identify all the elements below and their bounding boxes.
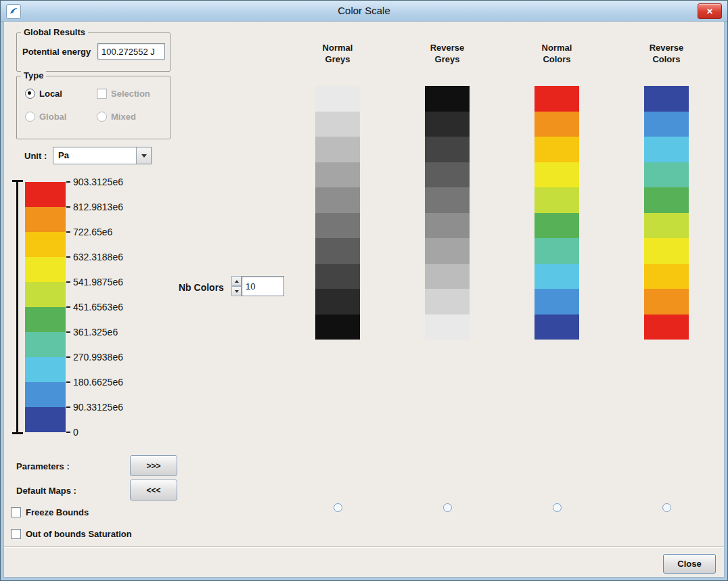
color-segment <box>315 187 360 213</box>
tick-value: 903.3125e6 <box>73 177 123 187</box>
unit-combobox[interactable]: Pa <box>53 147 152 164</box>
color-segment <box>25 382 66 407</box>
tick-value: 361.325e6 <box>73 327 118 338</box>
color-segment <box>25 182 66 207</box>
radio-icon[interactable] <box>25 112 35 122</box>
freeze-bounds-checkbox[interactable]: Freeze Bounds <box>11 507 89 517</box>
tick-mark <box>66 231 70 233</box>
tick-mark <box>66 432 70 433</box>
map-header-reverse-colors: Reverse Colors <box>622 42 710 65</box>
freeze-bounds-label: Freeze Bounds <box>26 507 89 517</box>
color-segment <box>25 257 66 282</box>
color-segment <box>425 86 470 112</box>
color-segment <box>644 264 689 289</box>
tick-mark <box>66 356 70 358</box>
color-segment <box>425 137 470 162</box>
tick-value: 812.9813e6 <box>73 202 123 212</box>
scale-tick: 270.9938e6 <box>66 352 123 363</box>
type-group: Type Local Selection Global Mixed <box>16 76 170 139</box>
color-segment <box>644 315 689 340</box>
map-radio-reverse-greys[interactable] <box>443 503 452 512</box>
map-header-line: Reverse <box>622 42 710 53</box>
color-segment <box>425 213 470 239</box>
type-mixed-radio[interactable]: Mixed <box>97 112 136 122</box>
spinner-down-button[interactable] <box>231 286 242 296</box>
nb-colors-spinner[interactable] <box>231 276 242 296</box>
map-header-line: Greys <box>403 53 491 65</box>
map-radio-reverse-colors[interactable] <box>662 503 671 512</box>
tick-mark <box>66 181 70 183</box>
map-radio-normal-colors[interactable] <box>553 503 562 512</box>
map-header-reverse-greys: Reverse Greys <box>403 42 491 65</box>
nb-colors-field[interactable] <box>242 276 284 296</box>
color-segment <box>644 213 689 239</box>
tick-mark <box>66 206 70 208</box>
color-segment <box>534 238 579 264</box>
color-segment <box>534 137 579 162</box>
arrow-up-icon <box>235 280 239 283</box>
checkbox-icon[interactable] <box>11 529 21 539</box>
titlebar[interactable]: Color Scale ✕ <box>1 1 727 22</box>
map-header-line: Colors <box>513 53 601 65</box>
color-segment <box>315 112 360 137</box>
radio-icon[interactable] <box>25 89 35 99</box>
type-global-label: Global <box>39 112 66 122</box>
map-radio-normal-greys[interactable] <box>334 503 342 512</box>
scale-tick: 541.9875e6 <box>66 277 123 287</box>
global-results-group: Global Results Potential energy <box>16 32 170 72</box>
unit-value: Pa <box>53 147 136 164</box>
color-segment <box>534 162 579 188</box>
color-segment <box>534 315 579 340</box>
map-header-line: Greys <box>294 53 382 65</box>
type-global-radio[interactable]: Global <box>25 112 66 122</box>
scale-tick: 451.6563e6 <box>66 302 123 312</box>
map-bar-reverse-greys <box>425 86 470 340</box>
color-segment <box>644 187 689 213</box>
color-segment <box>25 332 66 357</box>
tick-value: 541.9875e6 <box>73 277 123 287</box>
out-of-bounds-label: Out of bounds Saturation <box>26 529 132 539</box>
default-maps-label: Default Maps : <box>16 486 76 496</box>
potential-energy-field[interactable] <box>97 43 165 60</box>
unit-dropdown-button[interactable] <box>136 147 151 164</box>
map-header-line: Normal <box>513 42 601 53</box>
scale-range-bracket[interactable] <box>12 180 23 434</box>
color-segment <box>315 264 360 289</box>
potential-energy-label: Potential energy <box>22 47 91 57</box>
bottom-separator <box>4 547 724 548</box>
tick-value: 632.3188e6 <box>73 252 123 262</box>
color-scale-window: Color Scale ✕ Global Results Potential e… <box>0 0 728 581</box>
map-header-normal-greys: Normal Greys <box>294 42 382 65</box>
color-segment <box>425 238 470 264</box>
checkbox-icon[interactable] <box>11 507 21 517</box>
close-button[interactable]: Close <box>663 554 716 574</box>
map-bar-reverse-colors <box>644 86 689 340</box>
color-segment <box>315 315 360 340</box>
parameters-button[interactable]: >>> <box>130 455 177 476</box>
type-group-title: Type <box>21 70 46 80</box>
color-segment <box>425 315 470 340</box>
out-of-bounds-checkbox[interactable]: Out of bounds Saturation <box>11 529 132 539</box>
color-segment <box>534 86 579 112</box>
radio-icon[interactable] <box>97 112 107 122</box>
type-selection-checkbox[interactable]: Selection <box>97 89 150 99</box>
map-header-normal-colors: Normal Colors <box>513 42 601 65</box>
spinner-up-button[interactable] <box>231 276 242 286</box>
color-segment <box>644 238 689 264</box>
color-segment <box>25 207 66 232</box>
window-title: Color Scale <box>1 5 727 16</box>
close-icon[interactable]: ✕ <box>698 3 722 19</box>
checkbox-icon[interactable] <box>97 89 107 99</box>
color-segment <box>644 137 689 162</box>
type-local-radio[interactable]: Local <box>25 89 62 99</box>
type-selection-label: Selection <box>111 89 150 99</box>
tick-mark <box>66 256 70 258</box>
chevron-down-icon <box>141 154 147 158</box>
dialog-content: Global Results Potential energy Type Loc… <box>3 21 725 578</box>
tick-mark <box>66 331 70 333</box>
color-segment <box>425 187 470 213</box>
tick-mark <box>66 381 70 383</box>
color-segment <box>25 407 66 432</box>
default-maps-button[interactable]: <<< <box>130 480 177 501</box>
color-segment <box>534 213 579 239</box>
